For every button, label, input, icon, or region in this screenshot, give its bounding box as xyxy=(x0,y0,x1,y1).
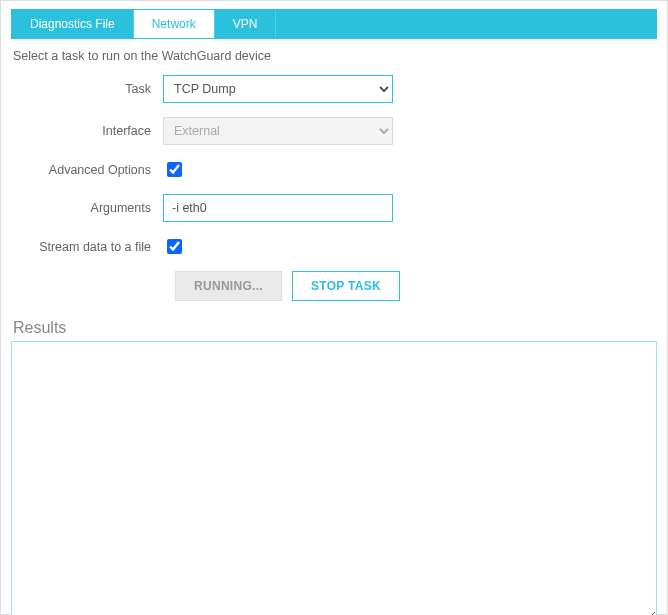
stop-task-button-label: STOP TASK xyxy=(311,279,381,293)
advanced-label: Advanced Options xyxy=(13,163,163,177)
row-interface: Interface External xyxy=(13,117,657,145)
tab-diagnostics-file[interactable]: Diagnostics File xyxy=(12,10,134,38)
row-task: Task TCP Dump xyxy=(13,75,657,103)
tabbar: Diagnostics File Network VPN xyxy=(11,9,657,39)
arguments-input[interactable] xyxy=(163,194,393,222)
network-diagnostics-panel: Diagnostics File Network VPN Select a ta… xyxy=(0,0,668,615)
results-heading: Results xyxy=(13,319,657,337)
row-stream: Stream data to a file xyxy=(13,236,657,257)
running-button-label: RUNNING... xyxy=(194,279,263,293)
running-button: RUNNING... xyxy=(175,271,282,301)
task-label: Task xyxy=(13,82,163,96)
button-row: RUNNING... STOP TASK xyxy=(175,271,657,301)
interface-select: External xyxy=(163,117,393,145)
tab-label: VPN xyxy=(233,17,258,31)
row-arguments: Arguments xyxy=(13,194,657,222)
results-textarea[interactable] xyxy=(11,341,657,615)
stream-checkbox[interactable] xyxy=(167,239,182,254)
tab-vpn[interactable]: VPN xyxy=(215,10,277,38)
stop-task-button[interactable]: STOP TASK xyxy=(292,271,400,301)
row-advanced: Advanced Options xyxy=(13,159,657,180)
tab-network[interactable]: Network xyxy=(134,10,215,38)
interface-label: Interface xyxy=(13,124,163,138)
instruction-text: Select a task to run on the WatchGuard d… xyxy=(13,49,657,63)
arguments-label: Arguments xyxy=(13,201,163,215)
advanced-checkbox[interactable] xyxy=(167,162,182,177)
form: Task TCP Dump Interface External Advance… xyxy=(13,75,657,301)
tab-label: Diagnostics File xyxy=(30,17,115,31)
tab-label: Network xyxy=(152,17,196,31)
stream-label: Stream data to a file xyxy=(13,240,163,254)
task-select[interactable]: TCP Dump xyxy=(163,75,393,103)
